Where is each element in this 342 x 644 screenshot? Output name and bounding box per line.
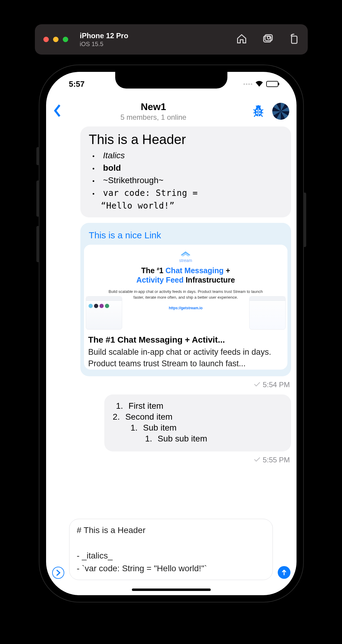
bold-text: bold	[103, 163, 121, 173]
status-time: 5:57	[69, 79, 85, 89]
link-preview-description: Build scalable in-app chat or activity f…	[88, 347, 283, 370]
home-icon[interactable]	[236, 33, 247, 45]
strike-text: ~Strikethrough~	[103, 176, 163, 185]
rotate-icon[interactable]	[288, 33, 299, 45]
screenshot-icon[interactable]	[262, 33, 273, 45]
channel-avatar[interactable]	[272, 103, 289, 120]
svg-rect-3	[292, 36, 297, 43]
message-bubble[interactable]: This is a Header •Italics •bold •~Strike…	[80, 126, 291, 217]
volume-up-button[interactable]	[36, 180, 39, 217]
message-input[interactable]: # This is a Header - _italics_ - `var co…	[69, 519, 273, 580]
list-item: Second item	[125, 412, 173, 422]
cellular-signal-icon	[243, 83, 252, 85]
message-bubble-link[interactable]: This is a nice Link stream The #1 Chat M…	[80, 223, 291, 376]
preview-hero-url: https://getstream.io	[169, 306, 203, 310]
svg-point-8	[259, 110, 261, 112]
stream-logo-icon: stream	[179, 250, 192, 263]
preview-screenshot-right	[249, 296, 286, 330]
message-timestamp-row: 5:55 PM	[53, 456, 290, 464]
device-info: iPhone 12 Pro iOS 15.5	[80, 32, 128, 48]
list-item: Sub sub item	[158, 434, 207, 444]
preview-hero-title: The #1 Chat Messaging +Activity Feed Inf…	[136, 266, 235, 285]
svg-point-10	[259, 112, 261, 114]
message-bubble[interactable]: 1.First item 2.Second item 1.Sub item 1.…	[104, 394, 291, 451]
chat-subtitle: 5 members, 1 online	[56, 113, 251, 122]
link-preview-card[interactable]: stream The #1 Chat Messaging +Activity F…	[84, 245, 287, 370]
link-preview-title: The #1 Chat Messaging + Activit...	[88, 335, 283, 345]
link-preview-image: stream The #1 Chat Messaging +Activity F…	[84, 245, 287, 330]
phone-frame: 5:57 New1 5 members, 1 online	[39, 65, 303, 602]
message-link[interactable]: This is a nice Link	[84, 226, 287, 245]
window-traffic-lights	[43, 37, 68, 42]
italic-text: Italics	[103, 151, 125, 160]
delivered-check-icon	[254, 457, 260, 463]
message-timestamp-row: 5:54 PM	[53, 381, 290, 389]
notch	[115, 72, 227, 89]
chat-header: New1 5 members, 1 online	[46, 96, 297, 126]
message-timestamp: 5:55 PM	[263, 456, 290, 464]
message-timestamp: 5:54 PM	[263, 381, 290, 389]
list-item: First item	[129, 401, 163, 411]
expand-actions-button[interactable]	[52, 567, 64, 579]
volume-down-button[interactable]	[36, 226, 39, 262]
simulator-toolbar: iPhone 12 Pro iOS 15.5	[35, 24, 308, 55]
wifi-icon	[255, 80, 263, 88]
list-item: Sub item	[143, 423, 177, 433]
device-os: iOS 15.5	[80, 41, 128, 48]
message-list[interactable]: This is a Header •Italics •bold •~Strike…	[46, 126, 297, 532]
minimize-window-button[interactable]	[53, 37, 59, 42]
close-window-button[interactable]	[43, 37, 49, 42]
debug-icon[interactable]	[251, 103, 266, 119]
preview-hero-sub: Build scalable in-app chat or activity f…	[106, 289, 265, 300]
device-name: iPhone 12 Pro	[80, 32, 128, 40]
code-text-line2: “Hello world!”	[89, 201, 283, 211]
phone-screen: 5:57 New1 5 members, 1 online	[46, 72, 297, 595]
code-text: var code: String =	[103, 188, 198, 198]
composer: # This is a Header - _italics_ - `var co…	[46, 519, 297, 580]
mute-switch[interactable]	[36, 147, 39, 165]
home-indicator[interactable]	[132, 589, 211, 591]
delivered-check-icon	[254, 381, 260, 388]
send-button[interactable]	[278, 566, 290, 579]
svg-point-9	[256, 112, 258, 114]
zoom-window-button[interactable]	[63, 37, 68, 42]
chat-title: New1	[56, 101, 251, 112]
power-button[interactable]	[303, 193, 306, 247]
battery-icon	[266, 81, 278, 87]
svg-point-2	[267, 36, 270, 39]
preview-screenshot-left	[86, 296, 122, 330]
svg-point-7	[256, 110, 258, 112]
message-heading: This is a Header	[89, 132, 283, 147]
